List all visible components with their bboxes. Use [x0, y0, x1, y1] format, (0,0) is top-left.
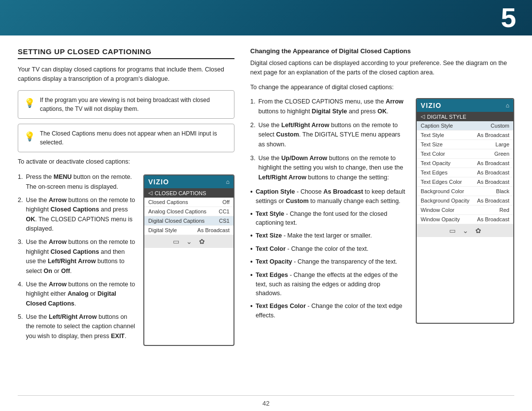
vizio-menu-footer-right: ▭ ⌄ ✿	[417, 224, 513, 237]
main-content: SETTING UP CLOSED CAPTIONING Your TV can…	[0, 35, 532, 395]
menu-row-highlighted: Caption Style Custom	[417, 121, 513, 131]
home-icon-right: ⌂	[506, 102, 509, 109]
menu-row: Closed Captions Off	[144, 198, 233, 207]
menu-row: Text Edges As Broadcast	[417, 168, 513, 177]
section-title: SETTING UP CLOSED CAPTIONING	[18, 47, 234, 59]
menu-row: Background Color Black	[417, 187, 513, 196]
list-item: • Text Size - Make the text larger or sm…	[250, 231, 408, 241]
menu-row: Text Edges Color As Broadcast	[417, 177, 513, 187]
home-icon-left: ⌂	[226, 178, 230, 185]
tip-box-2: 💡 The Closed Captions menu does not appe…	[18, 124, 234, 152]
list-item: 3. Use the Up/Down Arrow buttons on the …	[250, 154, 408, 182]
lightbulb-icon-2: 💡	[24, 130, 35, 143]
list-item: 2. Use the Arrow buttons on the remote t…	[18, 196, 135, 234]
list-item: 4. Use the Arrow buttons on the remote t…	[18, 280, 135, 308]
vizio-menu-left: VIZIO ⌂ ◁ CLOSED CAPTIONS Closed Caption…	[143, 174, 234, 346]
lightbulb-icon-1: 💡	[24, 97, 35, 110]
right-column: Changing the Appearance of Digital Close…	[250, 47, 514, 387]
bullet-list: • Caption Style - Choose As Broadcast to…	[250, 187, 408, 320]
left-column: SETTING UP CLOSED CAPTIONING Your TV can…	[18, 47, 234, 387]
menu-icon-down-r: ⌄	[463, 227, 468, 235]
menu-row: Analog Closed Captions CC1	[144, 207, 233, 216]
menu-icon-rect: ▭	[173, 238, 179, 245]
menu-section-label-left: CLOSED CAPTIONS	[155, 190, 206, 196]
vizio-menu-footer-left: ▭ ⌄ ✿	[144, 235, 233, 248]
page-number: 42	[18, 395, 514, 407]
intro-text: Your TV can display closed captions for …	[18, 65, 234, 84]
menu-icon-settings: ✿	[199, 238, 205, 245]
right-steps-list: 1. From the CLOSED CAPTIONS menu, use th…	[250, 97, 408, 182]
menu-icon-down: ⌄	[186, 238, 192, 245]
vizio-logo-right: VIZIO	[421, 102, 441, 109]
menu-row: Text Size Large	[417, 140, 513, 149]
list-item: • Text Opacity - Change the transparency…	[250, 257, 408, 267]
right-steps-text: 1. From the CLOSED CAPTIONS menu, use th…	[250, 97, 408, 324]
steps-text: 1. Press the MENU button on the remote. …	[18, 172, 135, 346]
list-item: • Text Edges Color - Change the color of…	[250, 302, 408, 320]
menu-row: Background Opacity As Broadcast	[417, 196, 513, 206]
list-item: 5. Use the Left/Right Arrow buttons on t…	[18, 312, 135, 341]
list-item: • Text Edges - Change the effects at the…	[250, 271, 408, 298]
steps-list: 1. Press the MENU button on the remote. …	[18, 172, 135, 341]
menu-section-left: ◁ CLOSED CAPTIONS	[144, 188, 233, 198]
right-content-block: 1. From the CLOSED CAPTIONS menu, use th…	[250, 97, 514, 324]
menu-row: Text Opacity As Broadcast	[417, 159, 513, 168]
activate-label: To activate or deactivate closed caption…	[18, 157, 234, 167]
list-item: 1. From the CLOSED CAPTIONS menu, use th…	[250, 97, 408, 116]
vizio-logo-left: VIZIO	[148, 178, 169, 186]
top-bar: 5	[0, 0, 532, 35]
menu-section-label-right: DIGITAL STYLE	[427, 114, 466, 120]
right-section-title: Changing the Appearance of Digital Close…	[250, 47, 514, 55]
list-item: 2. Use the Left/Right Arrow buttons on t…	[250, 121, 408, 149]
right-intro-2: To change the appearance of digital clos…	[250, 83, 514, 92]
chapter-number: 5	[501, 4, 516, 32]
menu-row: Text Color Green	[417, 149, 513, 159]
menu-icon-rect-r: ▭	[449, 227, 456, 235]
vizio-menu-right: VIZIO ⌂ ◁ DIGITAL STYLE Caption Style Cu…	[416, 98, 514, 324]
tip-text-2: The Closed Captions menu does not appear…	[40, 129, 228, 147]
tip-box-1: 💡 If the program you are viewing is not …	[18, 90, 234, 119]
vizio-menu-header-right: VIZIO ⌂	[417, 99, 513, 112]
menu-section-right: ◁ DIGITAL STYLE	[417, 112, 513, 121]
menu-row: Text Style As Broadcast	[417, 131, 513, 140]
list-item: • Text Style - Change the font used for …	[250, 209, 408, 228]
steps-block: 1. Press the MENU button on the remote. …	[18, 172, 234, 346]
list-item: • Text Color - Change the color of the t…	[250, 244, 408, 254]
menu-icon-settings-r: ✿	[475, 227, 481, 235]
vizio-menu-header-left: VIZIO ⌂	[144, 175, 233, 188]
list-item: 1. Press the MENU button on the remote. …	[18, 172, 135, 192]
right-intro-1: Digital closed captions can be displayed…	[250, 59, 514, 78]
list-item: 3. Use the Arrow buttons on the remote t…	[18, 238, 135, 276]
menu-row: Window Color Red	[417, 206, 513, 215]
list-item: • Caption Style - Choose As Broadcast to…	[250, 187, 408, 206]
tip-text-1: If the program you are viewing is not be…	[40, 96, 228, 113]
menu-row-highlighted: Digital Closed Captions CS1	[144, 216, 233, 226]
menu-row: Digital Style As Broadcast	[144, 226, 233, 235]
menu-row: Window Opacity As Broadcast	[417, 215, 513, 224]
